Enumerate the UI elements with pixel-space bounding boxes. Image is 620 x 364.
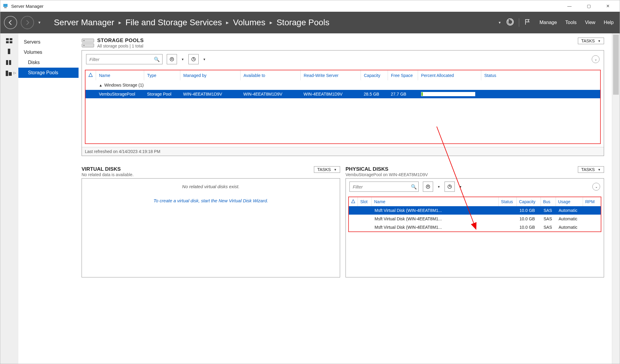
svg-rect-7 bbox=[10, 41, 12, 43]
svg-rect-26 bbox=[427, 187, 429, 187]
svg-rect-1 bbox=[4, 7, 7, 8]
storage-pools-tasks-button[interactable]: TASKS ▼ bbox=[578, 38, 604, 44]
all-servers-icon[interactable] bbox=[6, 60, 13, 66]
breadcrumb-item[interactable]: Server Manager bbox=[54, 18, 114, 27]
expand-toggle-button[interactable]: ⌄ bbox=[592, 183, 600, 191]
storage-pools-title: STORAGE POOLS bbox=[97, 38, 144, 44]
collapse-triangle-icon: ▲ bbox=[99, 83, 103, 87]
refresh-icon[interactable] bbox=[506, 18, 514, 27]
grouping-button[interactable] bbox=[167, 54, 177, 64]
column-header[interactable]: Managed by bbox=[180, 70, 240, 80]
minimize-button[interactable]: — bbox=[560, 2, 579, 11]
menu-caret-icon[interactable]: ▼ bbox=[498, 21, 501, 24]
nav-dropdown-caret[interactable]: ▼ bbox=[38, 20, 41, 25]
svg-point-15 bbox=[83, 40, 85, 41]
caret-down-icon[interactable]: ▼ bbox=[459, 185, 462, 188]
flag-icon[interactable] bbox=[524, 18, 531, 27]
status-icon-column[interactable] bbox=[349, 197, 358, 206]
cell-usage: Automatic bbox=[556, 215, 583, 223]
column-header[interactable]: Bus bbox=[541, 197, 556, 206]
caret-down-icon[interactable]: ▼ bbox=[181, 58, 184, 61]
grouping-button[interactable] bbox=[423, 182, 433, 192]
sidebar-item-storage-pools[interactable]: Storage Pools bbox=[18, 68, 79, 78]
svg-rect-4 bbox=[6, 38, 9, 40]
sidebar-item-volumes[interactable]: Volumes bbox=[18, 47, 79, 57]
scrollbar-thumb[interactable] bbox=[613, 35, 619, 95]
cell-bus: SAS bbox=[541, 206, 556, 215]
allocation-bar bbox=[421, 92, 475, 96]
caret-down-icon[interactable]: ▼ bbox=[437, 185, 440, 188]
column-header[interactable]: RPM bbox=[583, 197, 601, 206]
group-row[interactable]: ▲Windows Storage (1) bbox=[85, 80, 600, 90]
column-header[interactable]: Slot bbox=[358, 197, 372, 206]
physical-disk-row[interactable]: Msft Virtual Disk (WIN-4EEAT8M1...10.0 G… bbox=[349, 223, 601, 231]
status-icon-column[interactable] bbox=[85, 70, 96, 80]
cell-capacity: 28.5 GB bbox=[361, 90, 388, 98]
column-header[interactable]: Free Space bbox=[388, 70, 418, 80]
sidebar-item-servers[interactable]: Servers bbox=[18, 37, 79, 47]
cell-capacity: 10.0 GB bbox=[516, 215, 541, 223]
column-header[interactable]: Available to bbox=[240, 70, 301, 80]
sidebar-item-disks[interactable]: Disks bbox=[18, 57, 79, 68]
topbar: ▼ Server Manager ▸ File and Storage Serv… bbox=[0, 12, 620, 33]
column-header[interactable]: Percent Allocated bbox=[418, 70, 481, 80]
storage-pool-row[interactable]: VembuStoragePool Storage Pool WIN-4EEAT8… bbox=[85, 90, 600, 98]
vertical-scrollbar[interactable] bbox=[612, 33, 620, 364]
file-storage-icon[interactable]: ▷ bbox=[3, 70, 15, 76]
physical-disk-row[interactable]: Msft Virtual Disk (WIN-4EEAT8M1...10.0 G… bbox=[349, 206, 601, 215]
maximize-button[interactable]: ▢ bbox=[579, 2, 598, 11]
column-header[interactable]: Name bbox=[372, 197, 499, 206]
search-icon[interactable]: 🔍 bbox=[154, 57, 160, 62]
caret-down-icon[interactable]: ▼ bbox=[203, 58, 206, 61]
views-button[interactable] bbox=[188, 54, 199, 64]
column-header[interactable]: Status bbox=[498, 197, 516, 206]
cell-bus: SAS bbox=[541, 215, 556, 223]
svg-rect-12 bbox=[9, 72, 12, 76]
expand-toggle-button[interactable]: ⌄ bbox=[592, 55, 600, 63]
filter-input[interactable] bbox=[89, 57, 154, 62]
local-server-icon[interactable] bbox=[6, 49, 13, 55]
physical-disks-toolbar: 🔍 ▼ ▼ ⌄ bbox=[346, 179, 604, 195]
virtual-disks-tasks-button[interactable]: TASKS ▼ bbox=[314, 166, 340, 173]
close-button[interactable]: ✕ bbox=[599, 2, 617, 11]
cell-usage: Automatic bbox=[556, 223, 583, 231]
svg-rect-0 bbox=[3, 4, 8, 7]
views-button[interactable] bbox=[445, 182, 455, 192]
svg-rect-6 bbox=[6, 41, 9, 43]
menu-tools[interactable]: Tools bbox=[565, 20, 576, 25]
search-icon[interactable]: 🔍 bbox=[411, 184, 417, 190]
physical-disks-tasks-button[interactable]: TASKS ▼ bbox=[578, 166, 604, 173]
breadcrumb-separator-icon: ▸ bbox=[119, 19, 121, 26]
sidebar: Servers Volumes Disks Storage Pools bbox=[18, 33, 79, 364]
breadcrumb-item[interactable]: Storage Pools bbox=[277, 18, 330, 27]
physical-disk-row[interactable]: Msft Virtual Disk (WIN-4EEAT8M1...10.0 G… bbox=[349, 215, 601, 223]
column-header[interactable]: Read-Write Server bbox=[301, 70, 361, 80]
storage-pools-panel: 🔍 ▼ ▼ ⌄ bbox=[82, 50, 604, 156]
filter-input[interactable] bbox=[352, 184, 411, 190]
tasks-label: TASKS bbox=[581, 38, 595, 43]
nav-back-button[interactable] bbox=[4, 16, 17, 29]
titlebar: Server Manager — ▢ ✕ bbox=[0, 0, 620, 12]
topbar-icons: ▼ bbox=[498, 18, 531, 27]
breadcrumb-item[interactable]: Volumes bbox=[233, 18, 265, 27]
physical-disks-title: PHYSICAL DISKS bbox=[346, 166, 428, 172]
menu-manage[interactable]: Manage bbox=[540, 20, 557, 25]
menu-view[interactable]: View bbox=[585, 20, 595, 25]
dashboard-icon[interactable] bbox=[6, 38, 13, 44]
svg-rect-11 bbox=[6, 71, 8, 76]
column-header[interactable]: Type bbox=[144, 70, 180, 80]
breadcrumb-item[interactable]: File and Storage Services bbox=[126, 18, 222, 27]
column-header[interactable]: Capacity bbox=[516, 197, 541, 206]
virtual-disks-wizard-link[interactable]: To create a virtual disk, start the New … bbox=[153, 198, 268, 203]
column-header[interactable]: Name bbox=[96, 70, 144, 80]
breadcrumb-separator-icon: ▸ bbox=[270, 19, 272, 26]
storage-pools-table-wrap: Name Type Managed by Available to Read-W… bbox=[85, 70, 601, 144]
topbar-left: ▼ Server Manager ▸ File and Storage Serv… bbox=[4, 16, 330, 29]
icon-rail: ▷ bbox=[0, 33, 18, 364]
column-header[interactable]: Capacity bbox=[361, 70, 388, 80]
nav-forward-button[interactable] bbox=[21, 16, 34, 29]
cell-usage: Automatic bbox=[556, 206, 583, 215]
column-header[interactable]: Usage bbox=[556, 197, 583, 206]
column-header[interactable]: Status bbox=[481, 70, 600, 80]
menu-help[interactable]: Help bbox=[604, 20, 614, 25]
